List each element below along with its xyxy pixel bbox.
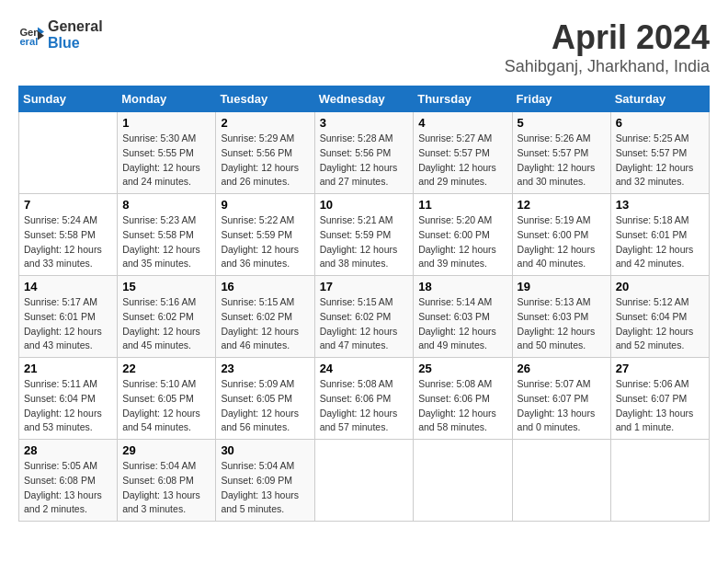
day-cell: 16Sunrise: 5:15 AM Sunset: 6:02 PM Dayli… [216,276,314,358]
day-cell: 11Sunrise: 5:20 AM Sunset: 6:00 PM Dayli… [414,194,512,276]
day-number: 1 [122,116,210,130]
day-number: 4 [418,116,506,130]
day-number: 25 [418,362,506,375]
day-detail: Sunrise: 5:25 AM Sunset: 5:57 PM Dayligh… [616,132,704,190]
day-cell: 18Sunrise: 5:14 AM Sunset: 6:03 PM Dayli… [414,276,512,358]
day-number: 13 [616,198,704,212]
day-number: 16 [221,280,309,293]
weekday-header-sunday: Sunday [19,86,118,112]
day-cell: 14Sunrise: 5:17 AM Sunset: 6:01 PM Dayli… [19,276,118,358]
day-detail: Sunrise: 5:08 AM Sunset: 6:06 PM Dayligh… [418,377,506,435]
day-cell: 6Sunrise: 5:25 AM Sunset: 5:57 PM Daylig… [610,112,709,194]
week-row-1: 1Sunrise: 5:30 AM Sunset: 5:55 PM Daylig… [19,112,710,194]
day-number: 11 [418,198,506,212]
day-number: 2 [221,116,309,130]
day-cell: 17Sunrise: 5:15 AM Sunset: 6:02 PM Dayli… [314,276,414,358]
logo-icon: Gen eral [18,22,44,48]
day-detail: Sunrise: 5:15 AM Sunset: 6:02 PM Dayligh… [221,295,309,353]
day-number: 22 [122,362,210,375]
day-cell: 15Sunrise: 5:16 AM Sunset: 6:02 PM Dayli… [118,276,216,358]
header: Gen eral General Blue April 2024 Sahibga… [18,18,710,76]
weekday-header-friday: Friday [512,86,610,112]
day-cell: 3Sunrise: 5:28 AM Sunset: 5:56 PM Daylig… [314,112,414,194]
day-cell: 24Sunrise: 5:08 AM Sunset: 6:06 PM Dayli… [314,358,414,440]
day-cell: 8Sunrise: 5:23 AM Sunset: 5:58 PM Daylig… [118,194,216,276]
day-detail: Sunrise: 5:19 AM Sunset: 6:00 PM Dayligh… [518,213,606,271]
day-detail: Sunrise: 5:04 AM Sunset: 6:09 PM Dayligh… [221,459,309,517]
day-detail: Sunrise: 5:16 AM Sunset: 6:02 PM Dayligh… [122,295,210,353]
day-number: 19 [518,280,606,293]
logo-text-line1: General [48,18,103,35]
day-detail: Sunrise: 5:06 AM Sunset: 6:07 PM Dayligh… [616,377,704,435]
day-detail: Sunrise: 5:27 AM Sunset: 5:57 PM Dayligh… [418,132,506,190]
calendar-table: SundayMondayTuesdayWednesdayThursdayFrid… [18,86,710,522]
day-detail: Sunrise: 5:10 AM Sunset: 6:05 PM Dayligh… [122,377,210,435]
day-cell: 20Sunrise: 5:12 AM Sunset: 6:04 PM Dayli… [610,276,709,358]
day-detail: Sunrise: 5:09 AM Sunset: 6:05 PM Dayligh… [221,377,309,435]
day-cell [414,440,512,522]
day-cell: 27Sunrise: 5:06 AM Sunset: 6:07 PM Dayli… [610,358,709,440]
day-cell: 5Sunrise: 5:26 AM Sunset: 5:57 PM Daylig… [512,112,610,194]
day-cell: 21Sunrise: 5:11 AM Sunset: 6:04 PM Dayli… [19,358,118,440]
day-cell: 4Sunrise: 5:27 AM Sunset: 5:57 PM Daylig… [414,112,512,194]
day-detail: Sunrise: 5:12 AM Sunset: 6:04 PM Dayligh… [616,295,704,353]
day-detail: Sunrise: 5:28 AM Sunset: 5:56 PM Dayligh… [320,132,409,190]
weekday-header-row: SundayMondayTuesdayWednesdayThursdayFrid… [19,86,710,112]
calendar-subtitle: Sahibganj, Jharkhand, India [505,57,710,76]
day-number: 29 [122,443,210,457]
day-number: 3 [320,116,409,130]
day-number: 5 [518,116,606,130]
day-cell: 1Sunrise: 5:30 AM Sunset: 5:55 PM Daylig… [118,112,216,194]
day-number: 28 [24,443,112,457]
week-row-2: 7Sunrise: 5:24 AM Sunset: 5:58 PM Daylig… [19,194,710,276]
day-detail: Sunrise: 5:17 AM Sunset: 6:01 PM Dayligh… [24,295,112,353]
day-cell: 7Sunrise: 5:24 AM Sunset: 5:58 PM Daylig… [19,194,118,276]
day-detail: Sunrise: 5:30 AM Sunset: 5:55 PM Dayligh… [122,132,210,190]
logo: Gen eral General Blue [18,18,103,51]
day-cell: 9Sunrise: 5:22 AM Sunset: 5:59 PM Daylig… [216,194,314,276]
day-detail: Sunrise: 5:18 AM Sunset: 6:01 PM Dayligh… [616,213,704,271]
day-cell: 25Sunrise: 5:08 AM Sunset: 6:06 PM Dayli… [414,358,512,440]
day-cell: 19Sunrise: 5:13 AM Sunset: 6:03 PM Dayli… [512,276,610,358]
day-number: 17 [320,280,409,293]
weekday-header-wednesday: Wednesday [314,86,414,112]
day-number: 18 [418,280,506,293]
day-number: 30 [221,443,309,457]
day-detail: Sunrise: 5:11 AM Sunset: 6:04 PM Dayligh… [24,377,112,435]
day-number: 20 [616,280,704,293]
svg-text:eral: eral [19,36,38,47]
day-cell: 12Sunrise: 5:19 AM Sunset: 6:00 PM Dayli… [512,194,610,276]
weekday-header-thursday: Thursday [414,86,512,112]
weekday-header-saturday: Saturday [610,86,709,112]
day-cell: 29Sunrise: 5:04 AM Sunset: 6:08 PM Dayli… [118,440,216,522]
logo-text-line2: Blue [48,35,103,52]
day-cell [314,440,414,522]
day-detail: Sunrise: 5:05 AM Sunset: 6:08 PM Dayligh… [24,459,112,517]
day-detail: Sunrise: 5:07 AM Sunset: 6:07 PM Dayligh… [518,377,606,435]
day-detail: Sunrise: 5:23 AM Sunset: 5:58 PM Dayligh… [122,213,210,271]
day-number: 10 [320,198,409,212]
day-detail: Sunrise: 5:20 AM Sunset: 6:00 PM Dayligh… [418,213,506,271]
day-detail: Sunrise: 5:24 AM Sunset: 5:58 PM Dayligh… [24,213,112,271]
day-cell: 30Sunrise: 5:04 AM Sunset: 6:09 PM Dayli… [216,440,314,522]
weekday-header-monday: Monday [118,86,216,112]
day-detail: Sunrise: 5:13 AM Sunset: 6:03 PM Dayligh… [518,295,606,353]
day-cell [610,440,709,522]
day-number: 12 [518,198,606,212]
day-cell: 28Sunrise: 5:05 AM Sunset: 6:08 PM Dayli… [19,440,118,522]
day-number: 8 [122,198,210,212]
day-cell: 26Sunrise: 5:07 AM Sunset: 6:07 PM Dayli… [512,358,610,440]
day-detail: Sunrise: 5:26 AM Sunset: 5:57 PM Dayligh… [518,132,606,190]
day-number: 7 [24,198,112,212]
title-area: April 2024 Sahibganj, Jharkhand, India [505,18,710,76]
day-number: 24 [320,362,409,375]
day-detail: Sunrise: 5:22 AM Sunset: 5:59 PM Dayligh… [221,213,309,271]
day-detail: Sunrise: 5:08 AM Sunset: 6:06 PM Dayligh… [320,377,409,435]
week-row-5: 28Sunrise: 5:05 AM Sunset: 6:08 PM Dayli… [19,440,710,522]
day-cell: 23Sunrise: 5:09 AM Sunset: 6:05 PM Dayli… [216,358,314,440]
day-number: 15 [122,280,210,293]
day-number: 23 [221,362,309,375]
day-detail: Sunrise: 5:15 AM Sunset: 6:02 PM Dayligh… [320,295,409,353]
day-number: 26 [518,362,606,375]
day-cell: 13Sunrise: 5:18 AM Sunset: 6:01 PM Dayli… [610,194,709,276]
